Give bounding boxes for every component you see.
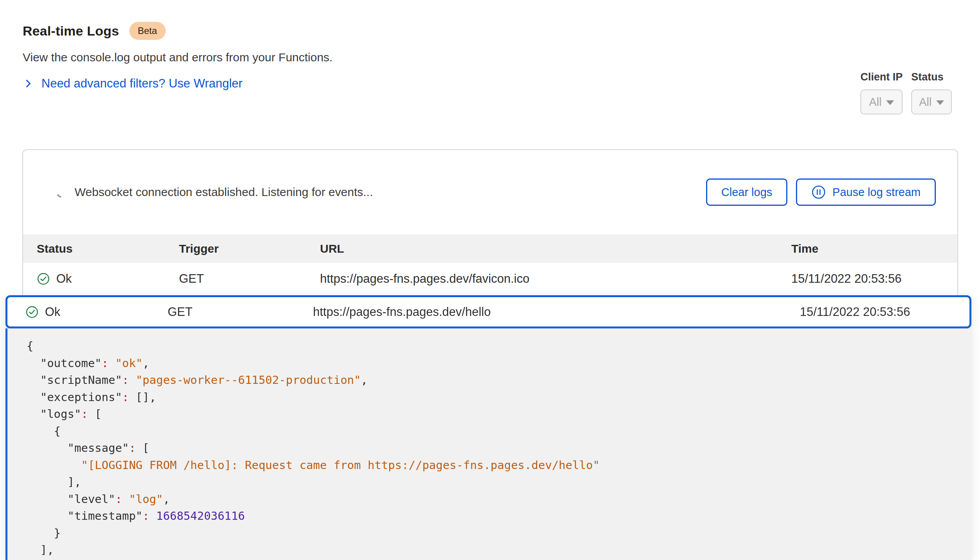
column-header-time: Time xyxy=(791,242,957,255)
spinner-icon xyxy=(56,186,68,198)
stream-status-bar: Websocket connection established. Listen… xyxy=(23,150,957,234)
status-value: Ok xyxy=(45,305,61,319)
clear-logs-button[interactable]: Clear logs xyxy=(706,178,788,206)
url-value: https://pages-fns.pages.dev/favicon.ico xyxy=(320,272,791,286)
check-circle-icon xyxy=(25,305,39,319)
trigger-value: GET xyxy=(179,272,320,286)
page-subtitle: View the console.log output and errors f… xyxy=(23,51,333,64)
column-header-trigger: Trigger xyxy=(179,242,320,255)
client-ip-dropdown[interactable]: All xyxy=(860,89,903,114)
code-line: "[LOGGING FROM /hello]: Request came fro… xyxy=(27,457,971,474)
stream-status-message: Websocket connection established. Listen… xyxy=(75,185,373,199)
beta-badge: Beta xyxy=(129,22,166,40)
filters: Client IP All Status All xyxy=(860,71,952,114)
log-row-favicon[interactable]: Ok GET https://pages-fns.pages.dev/favic… xyxy=(23,263,957,295)
status-cell: Ok xyxy=(25,305,168,319)
pause-log-stream-label: Pause log stream xyxy=(832,186,921,199)
code-line: { xyxy=(27,423,971,440)
column-header-url: URL xyxy=(320,242,791,255)
status-value: Ok xyxy=(56,272,72,286)
log-row-hello-selected[interactable]: Ok GET https://pages-fns.pages.dev/hello… xyxy=(5,295,971,328)
caret-down-icon xyxy=(936,100,944,105)
status-filter: Status All xyxy=(911,71,952,114)
log-table-header: Status Trigger URL Time xyxy=(23,234,957,263)
pause-log-stream-button[interactable]: Pause log stream xyxy=(796,178,936,206)
advanced-filters-link[interactable]: Need advanced filters? Use Wrangler xyxy=(23,77,243,91)
code-line: "scriptName": "pages-worker--611502-prod… xyxy=(27,372,971,389)
caret-down-icon xyxy=(886,100,894,105)
advanced-filters-link-label: Need advanced filters? Use Wrangler xyxy=(41,77,243,91)
url-value: https://pages-fns.pages.dev/hello xyxy=(313,305,800,319)
log-detail-json: { "outcome": "ok", "scriptName": "pages-… xyxy=(5,328,971,560)
code-line: { xyxy=(27,338,971,355)
status-dropdown[interactable]: All xyxy=(911,89,952,114)
realtime-logs-page: Real-time Logs Beta View the console.log… xyxy=(0,0,980,560)
status-cell: Ok xyxy=(37,272,179,286)
expanded-log-card: Ok GET https://pages-fns.pages.dev/hello… xyxy=(5,295,971,560)
code-line: ], xyxy=(27,542,971,559)
pause-icon xyxy=(811,185,826,200)
client-ip-dropdown-value: All xyxy=(869,96,882,109)
code-line: "exceptions": [], xyxy=(27,389,971,406)
code-line: "outcome": "ok", xyxy=(27,355,971,372)
check-circle-icon xyxy=(37,272,50,285)
stream-actions: Clear logs Pause log stream xyxy=(706,178,936,206)
column-header-status: Status xyxy=(37,242,179,255)
code-line: ], xyxy=(27,474,971,491)
trigger-value: GET xyxy=(168,305,313,319)
code-line: } xyxy=(27,525,971,542)
page-title: Real-time Logs xyxy=(23,23,119,39)
status-dropdown-value: All xyxy=(919,96,932,109)
code-line: "timestamp": 1668542036116 xyxy=(27,508,971,525)
code-line: "message": [ xyxy=(27,440,971,457)
page-header: Real-time Logs Beta xyxy=(23,22,166,40)
clear-logs-label: Clear logs xyxy=(721,186,773,199)
time-value: 15/11/2022 20:53:56 xyxy=(800,305,969,319)
chevron-right-icon xyxy=(23,78,34,89)
client-ip-filter: Client IP All xyxy=(860,71,903,114)
client-ip-label: Client IP xyxy=(860,71,903,83)
code-line: "logs": [ xyxy=(27,406,971,423)
code-line: "level": "log", xyxy=(27,491,971,508)
status-filter-label: Status xyxy=(911,71,952,83)
time-value: 15/11/2022 20:53:56 xyxy=(791,272,957,286)
